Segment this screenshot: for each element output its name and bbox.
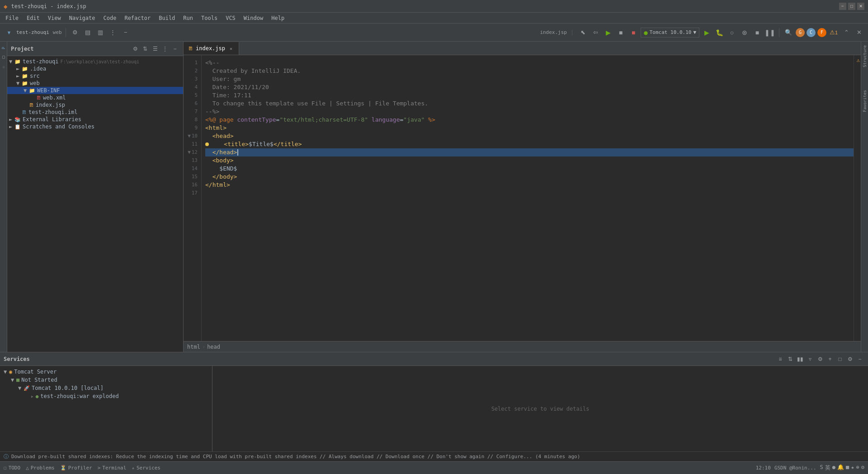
close-button[interactable]: ✕ xyxy=(857,3,864,10)
menu-build[interactable]: Build xyxy=(155,14,179,22)
status-right-info: GSDN @Ronin... xyxy=(774,465,816,471)
tree-item-indexjsp[interactable]: 🖹 index.jsp xyxy=(7,101,183,109)
toolbar-expand-btn[interactable]: ▥ xyxy=(95,27,106,38)
minimize-button[interactable]: − xyxy=(839,3,846,10)
search-everywhere-btn[interactable]: 🔍 xyxy=(783,27,794,38)
pause-btn[interactable]: ❚❚ xyxy=(764,27,775,38)
panel-sort-btn[interactable]: ⇅ xyxy=(141,44,150,53)
tab-close-btn[interactable]: ✕ xyxy=(228,45,234,52)
tree-item-ext-libs[interactable]: ► 📚 External Libraries xyxy=(7,116,183,123)
tree-item-src[interactable]: ► 📁 src xyxy=(7,72,183,80)
services-toolbar: ≡ ⇅ ▮▮ ▿ ⚙ + □ ⚙ − xyxy=(776,355,864,364)
svc-item-tomcat-server[interactable]: ▼ ◉ Tomcat Server xyxy=(0,368,212,376)
profile-btn[interactable]: ⊛ xyxy=(739,27,750,38)
svc-collapse-all[interactable]: ≡ xyxy=(776,355,785,364)
status-bar: ☐ TODO △ Problems ⏳ Profiler > Terminal … xyxy=(0,461,868,474)
line-numbers: 1 2 3 4 5 6 7 8 9 ▼10 11 ▼12 13 14 15 16… xyxy=(184,55,202,341)
profiler-icon: ⏳ xyxy=(60,465,66,471)
tab-index-jsp[interactable]: 🖹 index.jsp ✕ xyxy=(184,42,239,55)
menu-bar: File Edit View Navigate Code Refactor Bu… xyxy=(0,13,868,24)
svc-filter[interactable]: ▿ xyxy=(806,355,815,364)
toolbar-branch-label: web xyxy=(53,29,62,35)
panel-filter-btn[interactable]: ☰ xyxy=(151,44,160,53)
svc-item-tomcat-local[interactable]: ▼ 🚀 Tomcat 10.0.10 [local] xyxy=(0,384,212,392)
menu-navigate[interactable]: Navigate xyxy=(66,14,99,22)
tree-item-webxml[interactable]: 🖹 web.xml xyxy=(7,94,183,101)
sidebar-vcs-icon[interactable]: ▢ xyxy=(0,53,7,62)
debug-stop-button[interactable]: ■ xyxy=(628,27,639,38)
menu-code[interactable]: Code xyxy=(100,14,120,22)
status-profiler[interactable]: ⏳ Profiler xyxy=(60,465,92,471)
status-icon-4[interactable]: 🔔 xyxy=(837,464,844,472)
svc-add[interactable]: + xyxy=(826,355,835,364)
svc-settings2[interactable]: ⚙ xyxy=(845,355,854,364)
toolbar-gear-btn[interactable]: ⋮ xyxy=(108,27,118,38)
tree-item-iml[interactable]: 🖹 test-zhouqi.iml xyxy=(7,109,183,116)
status-icon-2[interactable]: 英 xyxy=(825,464,830,472)
svc-expand-all[interactable]: ⇅ xyxy=(786,355,795,364)
menu-refactor[interactable]: Refactor xyxy=(121,14,154,22)
svc-minimize[interactable]: − xyxy=(855,355,864,364)
toolbar: ▼ test-zhouqi web ⚙ ▤ ▥ ⋮ − index.jsp | … xyxy=(0,24,868,42)
sidebar-fav-icon[interactable]: ☆ xyxy=(0,63,7,72)
status-terminal[interactable]: > Terminal xyxy=(98,465,127,471)
status-icon-6[interactable]: ★ xyxy=(851,464,854,472)
status-icon-7[interactable]: ⊕ xyxy=(856,464,859,472)
status-services[interactable]: ▵ Services xyxy=(132,465,160,471)
panel-minimize-btn[interactable]: − xyxy=(170,44,179,53)
status-problems[interactable]: △ Problems xyxy=(26,465,55,471)
toolbar-close-btn[interactable]: − xyxy=(120,27,131,38)
structure-label[interactable]: Structure xyxy=(861,43,868,69)
build-button[interactable]: ■ xyxy=(615,27,626,38)
run-button[interactable]: ▶ xyxy=(603,27,613,38)
favorites-label[interactable]: Favorites xyxy=(861,88,868,114)
status-icon-8[interactable]: ⚙ xyxy=(861,464,864,472)
sidebar-project-icon[interactable]: P xyxy=(0,43,7,52)
toolbar-settings-btn[interactable]: ⚙ xyxy=(70,27,80,38)
status-icon-1[interactable]: S xyxy=(820,464,823,472)
run-config-dropdown[interactable]: ● Tomcat 10.0.10 ▼ xyxy=(641,28,699,38)
warning-btn[interactable]: ⚠ 1 xyxy=(828,27,839,38)
close-editor-btn[interactable]: ✕ xyxy=(854,27,864,38)
debug-btn[interactable]: 🐛 xyxy=(714,27,725,38)
menu-view[interactable]: View xyxy=(44,14,65,22)
menu-window[interactable]: Window xyxy=(240,14,267,22)
svc-settings[interactable]: ⚙ xyxy=(816,355,825,364)
panel-gear-btn[interactable]: ⚙ xyxy=(131,44,140,53)
expand-btn[interactable]: ⌃ xyxy=(841,27,852,38)
tree-item-web-inf[interactable]: ▼ 📁 WEB-INF xyxy=(7,87,183,94)
tree-item-root[interactable]: ▼ 📁 test-zhouqi F:\workplace\java\test-z… xyxy=(7,58,183,65)
svc-expand-panel[interactable]: □ xyxy=(835,355,844,364)
breadcrumb-html[interactable]: html xyxy=(187,344,200,350)
toolbar-project-dropdown[interactable]: ▼ xyxy=(4,27,14,38)
menu-tools[interactable]: Tools xyxy=(198,14,221,22)
panel-settings-btn[interactable]: ⋮ xyxy=(160,44,170,53)
tree-item-idea[interactable]: ► 📁 .idea xyxy=(7,65,183,72)
window-controls: − □ ✕ xyxy=(839,3,864,10)
maximize-button[interactable]: □ xyxy=(848,3,855,10)
toolbar-collapse-btn[interactable]: ▤ xyxy=(82,27,93,38)
status-icon-5[interactable]: ■ xyxy=(846,464,849,472)
menu-help[interactable]: Help xyxy=(268,14,288,22)
breadcrumb-head[interactable]: head xyxy=(207,344,220,350)
menu-vcs[interactable]: VCS xyxy=(222,14,239,22)
code-editor[interactable]: 1 2 3 4 5 6 7 8 9 ▼10 11 ▼12 13 14 15 16… xyxy=(184,55,861,341)
services-main: Select service to view details xyxy=(212,366,868,451)
svc-group[interactable]: ▮▮ xyxy=(796,355,805,364)
menu-run[interactable]: Run xyxy=(179,14,197,22)
stop-btn[interactable]: ■ xyxy=(752,27,763,38)
toolbar-vcs-btn[interactable]: ⬉ xyxy=(577,27,588,38)
svc-item-war-exploded[interactable]: ▹ ● test-zhouqi:war exploded xyxy=(0,392,212,400)
gutter-warning[interactable]: ⚠ xyxy=(857,57,860,63)
tree-item-scratches[interactable]: ► 📋 Scratches and Consoles xyxy=(7,123,183,130)
coverage-btn[interactable]: ○ xyxy=(726,27,737,38)
tree-item-web[interactable]: ▼ 📁 web xyxy=(7,80,183,87)
toolbar-back-btn[interactable]: ⇦ xyxy=(590,27,601,38)
status-icon-3[interactable]: ● xyxy=(832,464,835,472)
menu-file[interactable]: File xyxy=(2,14,22,22)
menu-edit[interactable]: Edit xyxy=(23,14,43,22)
svc-item-not-started[interactable]: ▼ ■ Not Started xyxy=(0,376,212,384)
status-todo[interactable]: ☐ TODO xyxy=(4,465,20,471)
code-content[interactable]: <%-- Created by IntelliJ IDEA. User: gm … xyxy=(202,55,854,341)
run-green-btn[interactable]: ▶ xyxy=(701,27,712,38)
